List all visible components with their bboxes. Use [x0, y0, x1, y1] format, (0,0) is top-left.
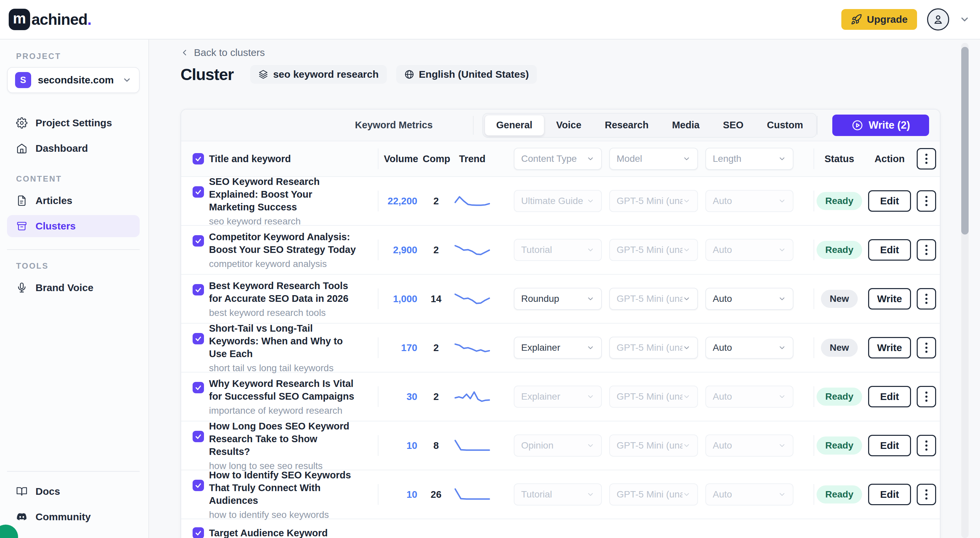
tab-media[interactable]: Media — [660, 115, 711, 136]
logo-text: achined. — [32, 10, 91, 29]
clusters-archive-icon — [16, 220, 27, 232]
model-select[interactable]: GPT-5 Mini (una — [609, 190, 698, 212]
row-keyword: importance of keyword research — [209, 405, 360, 416]
sidebar-item-articles[interactable]: Articles — [7, 189, 140, 212]
content-type-filter-select[interactable]: Content Type — [514, 148, 602, 170]
row-menu-button[interactable] — [917, 484, 936, 505]
content-section-label: CONTENT — [16, 174, 140, 183]
model-select[interactable]: GPT-5 Mini (una — [609, 239, 698, 261]
trend-sparkline — [452, 194, 492, 209]
row-action-button[interactable]: Edit — [868, 239, 911, 261]
row-checkbox[interactable] — [192, 527, 204, 538]
length-select[interactable]: Auto — [705, 239, 794, 261]
length-select[interactable]: Auto — [705, 288, 794, 310]
page-title: Cluster — [181, 65, 234, 84]
row-title: SEO Keyword Research Explained: Boost Yo… — [209, 175, 360, 213]
row-keyword: competitor keyword analysis — [209, 259, 360, 269]
project-avatar: S — [15, 72, 31, 88]
table-menu-button[interactable] — [917, 148, 936, 170]
row-action-button[interactable]: Edit — [868, 435, 911, 456]
sidebar-divider — [7, 249, 140, 250]
select-all-checkbox[interactable] — [192, 153, 204, 164]
tab-custom[interactable]: Custom — [756, 115, 815, 136]
model-select[interactable]: GPT-5 Mini (una — [609, 288, 698, 310]
column-divider — [378, 435, 379, 456]
content-type-select[interactable]: Tutorial — [514, 239, 602, 261]
row-menu-button[interactable] — [917, 337, 936, 358]
sidebar-item-dashboard[interactable]: Dashboard — [7, 137, 140, 159]
tab-voice[interactable]: Voice — [545, 115, 593, 136]
row-menu-button[interactable] — [917, 190, 936, 212]
length-select[interactable]: Auto — [705, 190, 794, 212]
row-volume-link[interactable]: 10 — [384, 440, 417, 451]
logo[interactable]: m achined. — [9, 9, 91, 30]
row-volume-link[interactable]: 170 — [384, 342, 417, 353]
write-button[interactable]: Write (2) — [832, 115, 929, 136]
model-select[interactable]: GPT-5 Mini (una — [609, 385, 698, 408]
table-row: How to Identify SEO Keywords That Truly … — [181, 470, 940, 519]
chevron-down-icon — [587, 490, 595, 498]
content-type-select[interactable]: Roundup — [514, 288, 602, 310]
sidebar-item-clusters[interactable]: Clusters — [7, 215, 140, 237]
row-checkbox[interactable] — [192, 431, 204, 442]
row-title: Best Keyword Research Tools for Accurate… — [209, 279, 360, 305]
row-checkbox[interactable] — [192, 382, 204, 393]
row-volume-link[interactable]: 1,000 — [384, 293, 417, 304]
row-action-button[interactable]: Edit — [868, 386, 911, 407]
row-action-button[interactable]: Edit — [868, 484, 911, 505]
model-select[interactable]: GPT-5 Mini (una — [609, 483, 698, 506]
upgrade-button[interactable]: Upgrade — [842, 9, 917, 30]
project-selector[interactable]: S secondsite.com — [7, 67, 140, 93]
sidebar: PROJECT S secondsite.com Project Setting… — [0, 40, 149, 538]
row-checkbox[interactable] — [192, 284, 204, 296]
length-select[interactable]: Auto — [705, 483, 794, 506]
row-volume-link[interactable]: 22,200 — [384, 196, 417, 207]
tab-seo[interactable]: SEO — [712, 115, 755, 136]
model-select[interactable]: GPT-5 Mini (una — [609, 337, 698, 359]
content-type-select[interactable]: Ultimate Guide — [514, 190, 602, 212]
row-checkbox[interactable] — [192, 333, 204, 344]
row-volume-link[interactable]: 2,900 — [384, 245, 417, 256]
row-volume-link[interactable]: 10 — [384, 489, 417, 500]
back-to-clusters-link[interactable]: Back to clusters — [180, 47, 265, 58]
tab-general[interactable]: General — [485, 115, 544, 136]
content-type-select[interactable]: Explainer — [514, 337, 602, 359]
length-select[interactable]: Auto — [705, 385, 794, 408]
content-type-select[interactable]: Opinion — [514, 435, 602, 457]
row-action-button[interactable]: Edit — [868, 190, 911, 212]
row-menu-button[interactable] — [917, 288, 936, 310]
length-filter-select[interactable]: Length — [705, 148, 794, 170]
row-menu-button[interactable] — [917, 239, 936, 261]
row-menu-button[interactable] — [917, 435, 936, 456]
tab-research[interactable]: Research — [593, 115, 660, 136]
row-volume-link[interactable]: 30 — [384, 391, 417, 402]
sidebar-item-brand-voice[interactable]: Brand Voice — [7, 277, 140, 299]
length-select[interactable]: Auto — [705, 435, 794, 457]
model-select[interactable]: GPT-5 Mini (una — [609, 435, 698, 457]
sidebar-item-community[interactable]: Community — [7, 506, 140, 528]
row-checkbox[interactable] — [192, 235, 204, 247]
model-filter-select[interactable]: Model — [609, 148, 698, 170]
account-chevron-down-icon[interactable] — [959, 14, 970, 25]
scrollbar-thumb[interactable] — [961, 47, 969, 234]
sidebar-item-project-settings[interactable]: Project Settings — [7, 112, 140, 134]
row-comp-value: 2 — [423, 245, 449, 256]
table-row: Short-Tail vs Long-Tail Keywords: When a… — [181, 324, 940, 372]
chevron-down-icon — [778, 490, 786, 498]
scrollbar-track[interactable] — [961, 43, 969, 538]
content-type-select[interactable]: Explainer — [514, 385, 602, 408]
row-action-button[interactable]: Write — [868, 337, 911, 358]
length-select[interactable]: Auto — [705, 337, 794, 359]
row-action-button[interactable]: Write — [868, 288, 911, 310]
table-header-row: Title and keyword Volume Comp Trend Cont… — [181, 142, 940, 177]
row-checkbox[interactable] — [192, 480, 204, 491]
chevron-down-icon — [682, 197, 690, 205]
content-type-select[interactable]: Tutorial — [514, 483, 602, 506]
sidebar-item-label: Brand Voice — [35, 282, 94, 293]
chevron-down-icon — [778, 393, 786, 401]
sidebar-item-label: Community — [35, 511, 91, 522]
row-menu-button[interactable] — [917, 386, 936, 407]
user-avatar[interactable] — [927, 8, 949, 30]
row-checkbox[interactable] — [192, 186, 204, 197]
sidebar-item-docs[interactable]: Docs — [7, 481, 140, 503]
